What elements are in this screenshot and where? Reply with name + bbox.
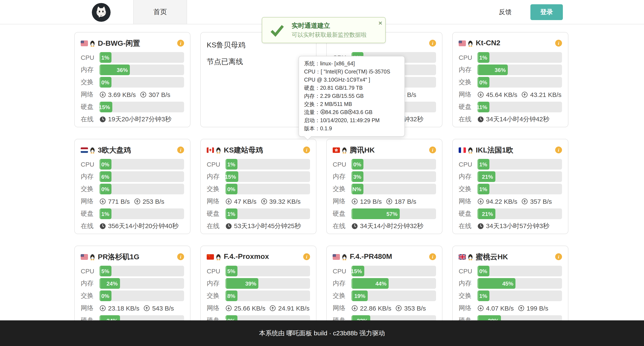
stat-row-disk: 硬盘15% — [81, 102, 184, 112]
offline-status-text: 节点已离线 — [207, 57, 310, 67]
info-icon[interactable]: i — [177, 253, 184, 260]
clock-icon — [478, 116, 484, 122]
progress-track-swap: N% — [352, 184, 436, 194]
tooltip-row-traffic: 流量：84.26 GB43.6 GB — [304, 108, 399, 116]
server-info-tooltip: 系统：linux- [x86_64]CPU：[ "Intel(R) Core(T… — [298, 56, 405, 137]
linux-penguin-icon — [216, 253, 221, 261]
stat-row-swap: 交换19% — [333, 290, 436, 301]
info-icon[interactable]: i — [177, 146, 184, 153]
linux-penguin-icon — [216, 146, 221, 154]
tab-home[interactable]: 首页 — [133, 0, 187, 24]
stat-label-disk: 硬盘 — [81, 103, 100, 111]
progress-fill-mem: 45% — [478, 278, 516, 289]
progress-track-mem: 24% — [100, 278, 184, 289]
stat-row-mem: 内存6% — [81, 171, 184, 182]
stat-row-net: 网络45.64 KB/s43.21 KB/s — [459, 89, 562, 100]
progress-fill-mem: 39% — [226, 278, 258, 289]
info-icon[interactable]: i — [429, 253, 436, 260]
stat-row-cpu: CPU0% — [459, 266, 562, 276]
stat-row-swap: 交换1% — [459, 184, 562, 194]
stat-value-net: 22.86 KB/s353 B/s — [352, 304, 436, 312]
info-icon[interactable]: i — [303, 253, 310, 260]
download-circle-icon — [100, 92, 106, 98]
download-circle-icon — [352, 305, 358, 312]
progress-track-swap: 0% — [478, 77, 562, 88]
progress-track-swap: 19% — [352, 290, 436, 301]
info-icon[interactable]: i — [555, 40, 562, 46]
progress-fill-disk: 57% — [352, 208, 400, 219]
footer-text: 本系统由 哪吒面板 build · c23b88b 强力驱动 — [259, 329, 385, 337]
progress-fill-mem: 21% — [478, 171, 495, 182]
info-icon[interactable]: i — [555, 146, 562, 153]
progress-fill-swap: 19% — [352, 290, 368, 301]
server-card-title-row: PR洛杉矶1Gi — [81, 246, 184, 266]
linux-penguin-icon — [342, 146, 347, 154]
progress-value-disk: 21% — [482, 210, 493, 217]
progress-value-mem: 3% — [353, 174, 361, 180]
stat-label-swap: 交换 — [81, 78, 100, 86]
stat-value-uptime: 34天13小时57分钟3秒 — [478, 222, 562, 230]
stat-label-net: 网络 — [459, 90, 478, 99]
upload-circle-icon — [348, 109, 353, 114]
stat-row-uptime: 在线356天14小时20分钟40秒 — [81, 221, 184, 232]
server-card-title-row: F.4.-Proxmoxi — [207, 246, 310, 266]
stat-label-mem: 内存 — [81, 172, 100, 181]
progress-track-cpu: 1% — [100, 52, 184, 63]
stat-label-swap: 交换 — [459, 185, 478, 193]
server-card: 3欧大盘鸡iCPU0%内存6%交换0%网络771 B/s253 B/s硬盘1%在… — [74, 139, 190, 234]
stat-label-swap: 交换 — [207, 185, 226, 193]
stat-value-net: 771 B/s253 B/s — [100, 198, 184, 205]
info-icon[interactable]: i — [177, 40, 184, 46]
progress-track-cpu: 5% — [100, 266, 184, 276]
footer: 本系统由 哪吒面板 build · c23b88b 强力驱动 — [0, 320, 644, 346]
uptime-value: 19天20小时27分钟3秒 — [108, 115, 172, 124]
stat-row-uptime: 在线34天14小时2分钟32秒 — [333, 221, 436, 232]
info-icon[interactable]: i — [303, 146, 310, 153]
site-logo-avatar[interactable] — [92, 3, 110, 22]
server-card: D-BWG-闲置iCPU1%内存36%交换0%网络3.69 KB/s307 B/… — [74, 32, 190, 127]
stat-label-cpu: CPU — [333, 268, 352, 275]
login-button[interactable]: 登录 — [530, 4, 563, 20]
stat-label-net: 网络 — [207, 304, 226, 312]
success-check-icon — [270, 22, 285, 38]
server-card-title-row: Kt-CN2i — [459, 32, 562, 52]
progress-value-swap: 0% — [101, 292, 109, 299]
stat-row-net: 网络47 KB/s39.32 KB/s — [207, 196, 310, 207]
toast-close-icon[interactable]: × — [378, 20, 382, 26]
server-card-title-row: D-BWG-闲置i — [81, 32, 184, 52]
feedback-link[interactable]: 反馈 — [499, 0, 512, 24]
country-flag-icon-hk — [333, 147, 340, 153]
linux-penguin-icon — [468, 146, 473, 154]
stat-row-net: 网络23.18 KB/s543 B/s — [81, 303, 184, 314]
progress-value-swap: 0% — [101, 186, 109, 192]
stat-row-uptime: 在线53天13小时45分钟25秒 — [207, 221, 310, 232]
net-up-value: 24.91 KB/s — [278, 304, 310, 312]
info-icon[interactable]: i — [429, 40, 436, 46]
progress-fill-cpu: 1% — [478, 159, 490, 170]
info-icon[interactable]: i — [555, 253, 562, 260]
tooltip-row-boot: 启动：10/14/2020, 11:49:29 PM — [304, 116, 399, 125]
upload-circle-icon — [140, 92, 146, 98]
uptime-value: 34天14小时2分钟32秒 — [360, 222, 424, 230]
net-down-value: 771 B/s — [108, 198, 130, 205]
stat-label-cpu: CPU — [81, 268, 100, 275]
download-circle-icon — [320, 109, 325, 114]
stat-row-disk: 硬盘1% — [81, 208, 184, 219]
stat-value-uptime: 19天20小时27分钟3秒 — [100, 115, 184, 124]
upload-circle-icon — [522, 92, 528, 98]
progress-value-disk: 11% — [478, 104, 487, 110]
progress-track-cpu: 0% — [100, 159, 184, 170]
linux-penguin-icon — [468, 39, 473, 47]
stat-label-net: 网络 — [81, 197, 100, 206]
stat-label-net: 网络 — [81, 304, 100, 312]
progress-value-swap: 0% — [101, 79, 109, 86]
info-icon[interactable]: i — [429, 146, 436, 153]
progress-fill-cpu: 5% — [226, 266, 238, 276]
toast-title: 实时通道建立 — [292, 22, 367, 30]
net-up-value: 353 B/s — [404, 304, 426, 312]
progress-fill-swap: 0% — [100, 77, 112, 88]
tooltip-row: 系统：linux- [x86_64] — [304, 60, 399, 68]
linux-penguin-icon — [90, 146, 95, 154]
progress-fill-mem: 36% — [100, 64, 130, 75]
stat-row-swap: 交换0% — [81, 290, 184, 301]
